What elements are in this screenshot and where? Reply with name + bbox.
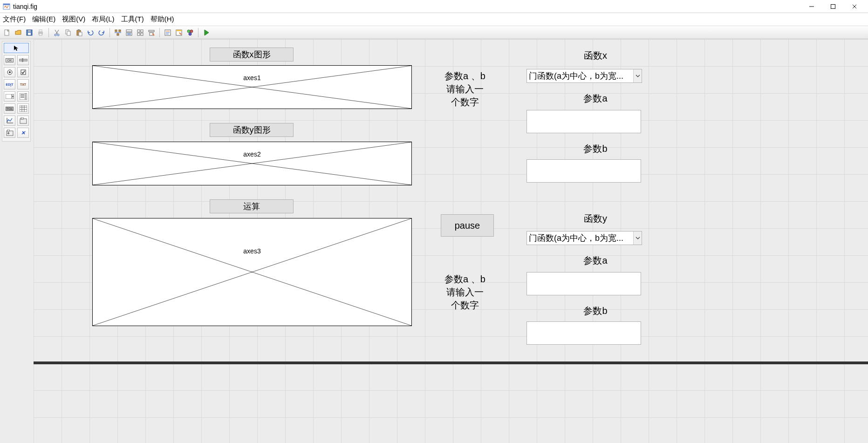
togglebutton-tool[interactable]: TGL [4, 103, 15, 114]
svg-rect-21 [119, 30, 121, 32]
label-param-a-y[interactable]: 参数a [549, 253, 642, 267]
label-compute[interactable]: 运算 [210, 199, 294, 213]
label-text: 参数b [583, 304, 607, 317]
toolbar-separator [159, 28, 160, 37]
edit-param-a-y[interactable] [526, 272, 641, 295]
label-fy-plot[interactable]: 函数y图形 [210, 123, 294, 137]
minimize-button[interactable] [801, 0, 822, 13]
popup-menu-tool[interactable] [4, 91, 15, 102]
svg-rect-28 [137, 30, 140, 32]
svg-text:T: T [21, 118, 22, 120]
svg-rect-19 [79, 32, 82, 36]
panel-tool[interactable]: T [17, 116, 29, 126]
static-text-tool[interactable]: TXT [17, 79, 29, 89]
buttongroup-tool[interactable] [4, 128, 15, 138]
label-fx[interactable]: 函数x [549, 48, 642, 62]
svg-rect-54 [25, 93, 27, 100]
paste-button[interactable] [74, 27, 84, 38]
app-icon [3, 3, 10, 10]
run-button[interactable] [201, 27, 212, 38]
window-title: tianqi.fig [13, 3, 37, 10]
menu-edit[interactable]: 编辑(E) [32, 15, 55, 24]
cut-button[interactable] [52, 27, 62, 38]
svg-rect-29 [141, 30, 143, 32]
svg-point-40 [187, 30, 190, 33]
close-button[interactable] [844, 0, 865, 13]
menu-layout[interactable]: 布局(L) [92, 15, 114, 24]
label-param-b-y[interactable]: 参数b [549, 304, 642, 318]
edit-param-b-y[interactable] [526, 321, 641, 345]
svg-rect-30 [137, 33, 140, 35]
slider-tool[interactable] [17, 55, 29, 65]
svg-point-13 [55, 34, 56, 36]
svg-rect-3 [831, 4, 835, 8]
svg-rect-39 [176, 30, 182, 31]
axes-tool[interactable] [4, 116, 15, 126]
component-palette: OK ED|T TXT TGL T ✕ [2, 41, 31, 142]
property-inspector-button[interactable] [174, 27, 184, 38]
table-tool[interactable] [17, 103, 29, 114]
svg-point-14 [57, 34, 59, 36]
pushbutton-tool[interactable]: OK [4, 55, 15, 65]
axes-label: axes3 [243, 247, 260, 255]
axes1[interactable]: axes1 [92, 65, 412, 109]
select-tool[interactable] [4, 43, 29, 53]
edit-text-tool[interactable]: ED|T [4, 79, 15, 89]
copy-button[interactable] [63, 27, 73, 38]
label-text: 函数y图形 [233, 124, 271, 136]
svg-rect-12 [39, 34, 42, 35]
open-file-button[interactable] [13, 27, 23, 38]
svg-point-46 [9, 71, 11, 73]
menu-help[interactable]: 帮助(H) [150, 15, 174, 24]
menu-editor-button[interactable] [124, 27, 134, 38]
dropdown-fy[interactable]: 门函数(a为中心，b为宽... [526, 231, 642, 245]
svg-rect-25 [126, 33, 132, 35]
static-text: 参数a 、b 请输入一 个数字 [444, 273, 485, 312]
new-file-button[interactable] [2, 27, 12, 38]
maximize-button[interactable] [822, 0, 844, 13]
tab-order-button[interactable] [135, 27, 145, 38]
toolbar-editor-button[interactable] [146, 27, 157, 38]
toolbar-separator [109, 28, 110, 37]
activex-tool[interactable]: ✕ [17, 128, 29, 138]
svg-rect-20 [115, 30, 117, 32]
editor-button[interactable] [163, 27, 173, 38]
print-button[interactable] [35, 27, 46, 38]
axes3[interactable]: axes3 [92, 218, 412, 326]
axes-label: axes2 [243, 150, 260, 158]
label-text: 运算 [243, 201, 260, 212]
svg-rect-55 [20, 105, 27, 112]
save-button[interactable] [24, 27, 34, 38]
svg-point-67 [8, 133, 8, 133]
params-hint-2[interactable]: 参数a 、b 请输入一 个数字 [432, 271, 498, 313]
menu-view[interactable]: 视图(V) [62, 15, 85, 24]
dropdown-fx[interactable]: 门函数(a为中心，b为宽... [526, 69, 642, 83]
listbox-tool[interactable] [17, 91, 29, 102]
dropdown-text: 门函数(a为中心，b为宽... [529, 232, 631, 244]
edit-param-b-x[interactable] [526, 159, 641, 183]
checkbox-tool[interactable] [17, 67, 29, 77]
object-browser-button[interactable] [185, 27, 195, 38]
menu-tools[interactable]: 工具(T) [121, 15, 144, 24]
pause-button[interactable]: pause [441, 214, 494, 237]
undo-button[interactable] [85, 27, 96, 38]
menu-file[interactable]: 文件(F) [3, 15, 26, 24]
axes-label: axes1 [243, 74, 260, 82]
redo-button[interactable] [96, 27, 107, 38]
axes2[interactable]: axes2 [92, 142, 412, 185]
svg-point-41 [190, 30, 193, 33]
radiobutton-tool[interactable] [4, 67, 15, 77]
align-button[interactable] [113, 27, 123, 38]
svg-rect-18 [78, 29, 80, 31]
titlebar: tianqi.fig [0, 0, 868, 13]
svg-rect-68 [7, 129, 9, 131]
params-hint-1[interactable]: 参数a 、b 请输入一 个数字 [432, 68, 498, 110]
design-canvas[interactable]: 函数x图形 axes1 函数y图形 axes2 运算 axes3 参数a 、b … [34, 39, 868, 443]
label-fy[interactable]: 函数y [549, 211, 642, 225]
label-fx-plot[interactable]: 函数x图形 [210, 48, 294, 61]
label-param-a-x[interactable]: 参数a [549, 91, 642, 105]
chevron-down-icon [633, 69, 642, 82]
label-param-b-x[interactable]: 参数b [549, 142, 642, 156]
edit-param-a-x[interactable] [526, 110, 641, 133]
svg-rect-22 [117, 34, 119, 35]
